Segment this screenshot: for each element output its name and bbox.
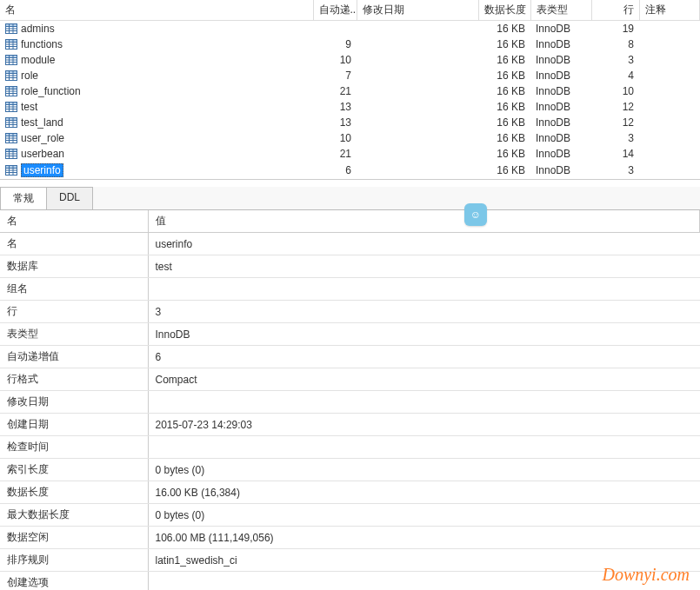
detail-value: 0 bytes (0) — [148, 504, 700, 527]
cell-modify_date — [357, 83, 478, 99]
table-row[interactable]: userinfo616 KBInnoDB3 — [0, 162, 700, 179]
cell-rows: 10 — [591, 83, 639, 99]
detail-header-name[interactable]: 名 — [0, 210, 148, 233]
cell-auto_inc: 7 — [313, 68, 357, 83]
table-name: role — [21, 70, 38, 82]
detail-value: 106.00 MB (111,149,056) — [148, 527, 700, 549]
detail-row[interactable]: 数据库test — [0, 255, 700, 278]
detail-key: 检查时间 — [0, 436, 148, 459]
cell-data_length: 16 KB — [478, 83, 530, 99]
detail-key: 数据长度 — [0, 481, 148, 504]
assistant-badge-icon[interactable]: ☺ — [464, 203, 487, 226]
detail-row[interactable]: 自动递增值6 — [0, 346, 700, 368]
table-icon — [5, 23, 17, 34]
detail-key: 创建日期 — [0, 414, 148, 436]
cell-rows: 3 — [591, 52, 639, 68]
cell-modify_date — [357, 21, 478, 37]
cell-modify_date — [357, 130, 478, 146]
cell-data_length: 16 KB — [478, 115, 530, 130]
detail-row[interactable]: 检查时间 — [0, 436, 700, 459]
detail-row[interactable]: 行格式Compact — [0, 368, 700, 391]
detail-key: 行格式 — [0, 368, 148, 391]
table-icon — [5, 55, 17, 65]
cell-table_type: InnoDB — [530, 130, 591, 146]
detail-row[interactable]: 组名 — [0, 278, 700, 301]
svg-rect-43 — [6, 134, 17, 136]
detail-header-value[interactable]: 值 — [148, 210, 700, 233]
detail-grid: 名 值 名userinfo数据库test组名行3表类型InnoDB自动递增值6行… — [0, 210, 700, 590]
detail-row[interactable]: 修改日期 — [0, 391, 700, 414]
table-row[interactable]: module1016 KBInnoDB3 — [0, 52, 700, 68]
cell-modify_date — [357, 52, 478, 68]
detail-key: 排序规则 — [0, 549, 148, 572]
table-row[interactable]: admins16 KBInnoDB19 — [0, 21, 700, 37]
table-name: module — [21, 54, 55, 66]
col-comment[interactable]: 注释 — [639, 0, 700, 21]
cell-data_length: 16 KB — [478, 68, 530, 83]
col-auto-inc[interactable]: 自动递... — [313, 0, 357, 21]
cell-comment — [639, 99, 700, 115]
tables-grid-panel: 名 自动递... 修改日期 数据长度 表类型 行 注释 admins16 KBI… — [0, 0, 700, 180]
svg-rect-19 — [6, 71, 17, 74]
svg-rect-37 — [6, 118, 17, 121]
cell-table_type: InnoDB — [530, 115, 591, 130]
detail-key: 索引长度 — [0, 459, 148, 481]
tab-ddl[interactable]: DDL — [46, 187, 93, 209]
table-row[interactable]: test_land1316 KBInnoDB12 — [0, 115, 700, 130]
detail-row[interactable]: 索引长度0 bytes (0) — [0, 459, 700, 481]
detail-row[interactable]: 创建选项 — [0, 572, 700, 591]
cell-table_type: InnoDB — [530, 99, 591, 115]
detail-key: 最大数据长度 — [0, 504, 148, 527]
col-data-length[interactable]: 数据长度 — [478, 0, 530, 21]
table-row[interactable]: user_role1016 KBInnoDB3 — [0, 130, 700, 146]
cell-modify_date — [357, 162, 478, 179]
svg-rect-55 — [6, 166, 17, 169]
detail-value: 2015-07-23 14:29:03 — [148, 414, 700, 436]
table-row[interactable]: test1316 KBInnoDB12 — [0, 99, 700, 115]
table-row[interactable]: role716 KBInnoDB4 — [0, 68, 700, 83]
detail-row[interactable]: 创建日期2015-07-23 14:29:03 — [0, 414, 700, 436]
table-icon — [5, 39, 17, 50]
table-row[interactable]: role_function2116 KBInnoDB10 — [0, 83, 700, 99]
detail-row[interactable]: 名userinfo — [0, 233, 700, 255]
table-row[interactable]: userbean2116 KBInnoDB14 — [0, 146, 700, 162]
cell-table_type: InnoDB — [530, 146, 591, 162]
cell-data_length: 16 KB — [478, 130, 530, 146]
watermark-text: Downyi.com — [602, 565, 690, 585]
detail-value — [148, 278, 700, 301]
detail-row[interactable]: 行3 — [0, 301, 700, 323]
detail-value: Compact — [148, 368, 700, 391]
col-modify-date[interactable]: 修改日期 — [357, 0, 478, 21]
cell-rows: 12 — [591, 115, 639, 130]
detail-row[interactable]: 最大数据长度0 bytes (0) — [0, 504, 700, 527]
table-name: admins — [21, 23, 55, 35]
cell-auto_inc: 13 — [313, 99, 357, 115]
detail-row[interactable]: 数据空闲106.00 MB (111,149,056) — [0, 527, 700, 549]
cell-data_length: 16 KB — [478, 36, 530, 52]
cell-table_type: InnoDB — [530, 83, 591, 99]
cell-table_type: InnoDB — [530, 21, 591, 37]
cell-auto_inc: 6 — [313, 162, 357, 179]
detail-key: 表类型 — [0, 323, 148, 346]
table-name: userinfo — [21, 163, 63, 177]
cell-comment — [639, 130, 700, 146]
col-rows[interactable]: 行 — [591, 0, 639, 21]
detail-row[interactable]: 表类型InnoDB — [0, 323, 700, 346]
svg-rect-31 — [6, 103, 17, 105]
col-name[interactable]: 名 — [0, 0, 313, 21]
cell-modify_date — [357, 115, 478, 130]
col-table-type[interactable]: 表类型 — [530, 0, 591, 21]
detail-row[interactable]: 排序规则latin1_swedish_ci — [0, 549, 700, 572]
table-icon — [5, 149, 17, 159]
cell-comment — [639, 68, 700, 83]
tables-grid[interactable]: 名 自动递... 修改日期 数据长度 表类型 行 注释 admins16 KBI… — [0, 0, 700, 179]
detail-key: 修改日期 — [0, 391, 148, 414]
cell-data_length: 16 KB — [478, 21, 530, 37]
table-row[interactable]: functions916 KBInnoDB8 — [0, 36, 700, 52]
cell-comment — [639, 162, 700, 179]
detail-row[interactable]: 数据长度16.00 KB (16,384) — [0, 481, 700, 504]
table-icon — [5, 133, 17, 143]
tab-general[interactable]: 常规 — [0, 187, 47, 209]
table-name: test_land — [21, 116, 63, 129]
tables-grid-header[interactable]: 名 自动递... 修改日期 数据长度 表类型 行 注释 — [0, 0, 700, 21]
